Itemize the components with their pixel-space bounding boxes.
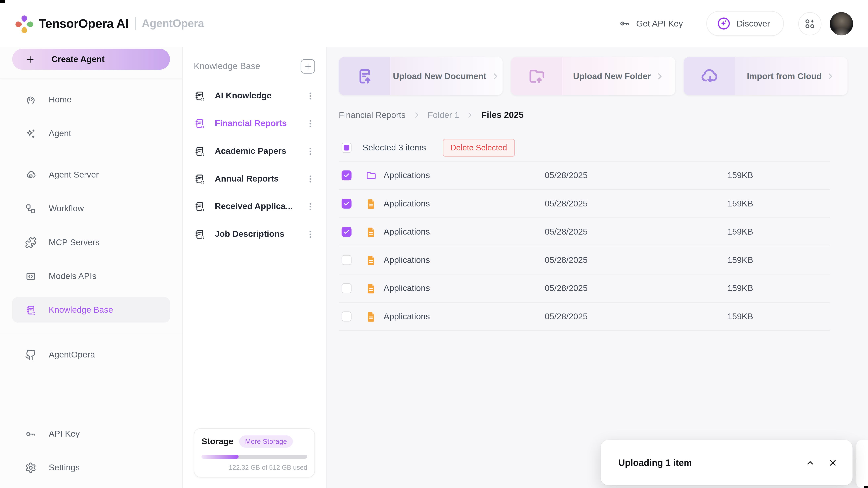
chevron-right-icon [412, 111, 421, 120]
kebab-menu-icon[interactable] [306, 147, 315, 156]
notebook-icon [194, 90, 205, 102]
breadcrumb-item-files-2025: Files 2025 [482, 110, 524, 120]
sidebar-item-knowledge-base[interactable]: Knowledge Base [12, 297, 170, 323]
breadcrumb-item-financial-reports[interactable]: Financial Reports [339, 110, 405, 120]
delete-selected-button[interactable]: Delete Selected [443, 139, 515, 157]
folder-icon [365, 169, 377, 181]
file-name: Applications [383, 312, 545, 322]
notebook-icon [194, 173, 205, 185]
file-name: Applications [383, 170, 545, 181]
cloud-download-icon [699, 66, 719, 86]
kebab-menu-icon[interactable] [306, 91, 315, 100]
kb-list-item[interactable]: Financial Reports [194, 110, 315, 137]
file-icon [365, 226, 377, 237]
file-name: Applications [383, 255, 545, 265]
row-checkbox[interactable] [342, 170, 352, 181]
kb-list: AI Knowledge Financial Reports Academic [194, 82, 315, 248]
sidebar-item-api-key[interactable]: API Key [12, 421, 170, 447]
chevron-right-icon [826, 71, 836, 81]
discover-sparkle-icon [717, 17, 731, 31]
file-date: 05/28/2025 [545, 283, 727, 293]
sidebar-item-agentopera[interactable]: AgentOpera [12, 342, 170, 367]
row-checkbox[interactable] [342, 199, 352, 209]
sidebar-item-mcp-servers[interactable]: MCP Servers [12, 230, 170, 255]
kb-item-label: Received Applica... [215, 201, 293, 212]
content-area: Create Agent Home Agent [0, 47, 868, 488]
brand-logo[interactable]: TensorOpera AI AgentOpera [15, 14, 204, 34]
sidebar-divider [0, 78, 182, 79]
chevron-right-icon [490, 71, 500, 81]
user-avatar[interactable] [830, 12, 853, 35]
file-date: 05/28/2025 [545, 199, 727, 209]
row-checkbox[interactable] [342, 283, 352, 293]
upload-new-document-button[interactable]: Upload New Document [339, 57, 503, 95]
file-size: 159KB [727, 227, 830, 237]
file-size: 159KB [727, 170, 830, 181]
notebook-icon [25, 304, 37, 316]
kb-item-label: Annual Reports [215, 174, 279, 184]
file-date: 05/28/2025 [545, 227, 727, 237]
kebab-menu-icon[interactable] [306, 174, 315, 183]
row-checkbox[interactable] [342, 312, 352, 322]
brand-divider [135, 17, 136, 30]
kb-list-item[interactable]: AI Knowledge [194, 82, 315, 110]
kb-list-item[interactable]: Annual Reports [194, 165, 315, 193]
row-checkbox[interactable] [342, 227, 352, 237]
plus-icon [304, 62, 312, 70]
chevron-right-icon [655, 71, 665, 81]
file-size: 159KB [727, 255, 830, 265]
sidebar-item-label: Models APIs [49, 271, 96, 281]
sidebar-item-label: MCP Servers [49, 237, 99, 248]
file-icon [365, 198, 377, 209]
kb-item-label: AI Knowledge [215, 91, 272, 101]
sidebar-item-label: Knowledge Base [49, 305, 113, 315]
get-api-key-label: Get API Key [636, 19, 683, 29]
table-row[interactable]: Applications 05/28/2025 159KB [339, 303, 830, 331]
key-icon [619, 18, 631, 29]
breadcrumb-item-folder-1[interactable]: Folder 1 [428, 110, 459, 120]
knowledge-base-panel: Knowledge Base AI Knowledge [183, 47, 327, 488]
upload-actions: Upload New Document Upload New Folder [339, 57, 847, 95]
file-size: 159KB [727, 199, 830, 209]
import-from-cloud-button[interactable]: Import from Cloud [684, 57, 847, 95]
create-agent-button[interactable]: Create Agent [12, 48, 170, 70]
kb-list-item[interactable]: Received Applica... [194, 193, 315, 220]
table-row[interactable]: Applications 05/28/2025 159KB [339, 274, 830, 303]
sidebar-item-label: AgentOpera [49, 350, 95, 360]
storage-progress-bar [202, 455, 307, 459]
kebab-menu-icon[interactable] [306, 202, 315, 211]
sidebar-item-settings[interactable]: Settings [12, 455, 170, 480]
apps-grid-button[interactable] [798, 12, 822, 35]
chevron-up-icon[interactable] [806, 458, 815, 467]
gear-icon [25, 462, 37, 473]
plus-icon [26, 55, 35, 64]
upload-new-folder-button[interactable]: Upload New Folder [511, 57, 675, 95]
discover-label: Discover [737, 19, 770, 29]
sidebar-item-label: API Key [49, 429, 80, 439]
row-checkbox[interactable] [342, 255, 352, 265]
table-row[interactable]: Applications 05/28/2025 159KB [339, 218, 830, 247]
kb-list-item[interactable]: Job Descriptions [194, 220, 315, 248]
kebab-menu-icon[interactable] [306, 119, 315, 128]
storage-widget: Storage More Storage 122.32 GB of 512 GB… [194, 428, 315, 477]
table-row[interactable]: Applications 05/28/2025 159KB [339, 161, 830, 190]
screen-corner-artifact [0, 0, 5, 3]
kebab-menu-icon[interactable] [306, 229, 315, 239]
more-storage-badge[interactable]: More Storage [239, 435, 293, 448]
table-row[interactable]: Applications 05/28/2025 159KB [339, 246, 830, 274]
close-icon[interactable] [828, 458, 838, 467]
discover-button[interactable]: Discover [706, 11, 784, 36]
background-toast-edge [856, 440, 868, 488]
notebook-icon [194, 118, 205, 129]
select-all-checkbox[interactable] [342, 143, 352, 153]
add-knowledge-base-button[interactable] [301, 59, 315, 74]
table-row[interactable]: Applications 05/28/2025 159KB [339, 190, 830, 218]
sidebar-item-home[interactable]: Home [12, 87, 170, 112]
sidebar-item-agent-server[interactable]: Agent Server [12, 162, 170, 188]
sidebar-item-agent[interactable]: Agent [12, 121, 170, 146]
sidebar-item-label: Agent [49, 128, 71, 138]
get-api-key-button[interactable]: Get API Key [619, 18, 683, 29]
sidebar-item-workflow[interactable]: Workflow [12, 196, 170, 221]
kb-list-item[interactable]: Academic Papers [194, 137, 315, 165]
sidebar-item-models-apis[interactable]: Models APIs [12, 263, 170, 289]
